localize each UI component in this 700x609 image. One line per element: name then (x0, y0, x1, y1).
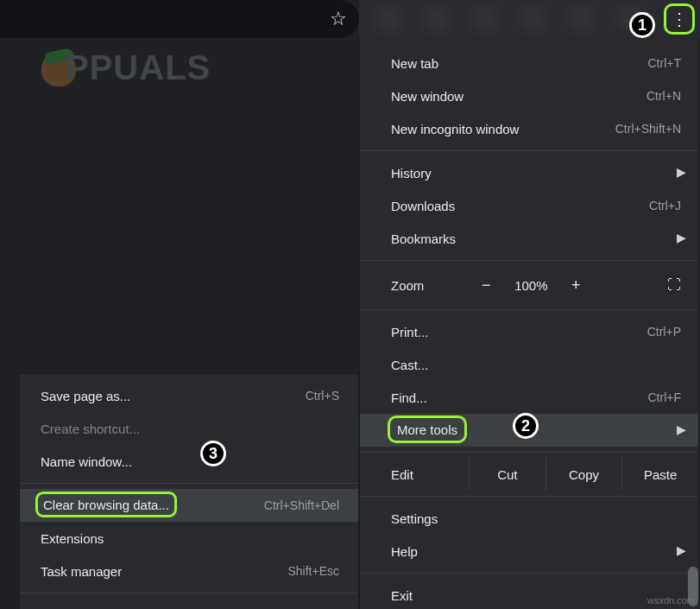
menu-downloads[interactable]: Downloads Ctrl+J (360, 189, 698, 222)
logo-text: PPUALS (66, 48, 211, 87)
zoom-label: Zoom (391, 278, 424, 293)
chevron-right-icon: ▶ (677, 422, 686, 436)
menu-label: More tools (397, 422, 457, 437)
blurred-profile-icons (376, 5, 653, 31)
menu-zoom-row: Zoom − 100% + ⛶ (360, 266, 698, 304)
submenu-name-window[interactable]: Name window... (20, 445, 358, 478)
menu-edit-row: Edit Cut Copy Paste (360, 458, 698, 491)
annotation-badge-3: 3 (200, 441, 226, 466)
menu-shortcut: Ctrl+T (648, 56, 682, 70)
highlight-more-tools: More tools (388, 416, 467, 443)
menu-settings[interactable]: Settings (360, 502, 698, 535)
menu-new-tab[interactable]: New tab Ctrl+T (360, 47, 698, 79)
menu-label: New tab (391, 56, 648, 71)
chrome-main-menu: New tab Ctrl+T New window Ctrl+N New inc… (359, 38, 698, 609)
menu-history[interactable]: History ▶ (360, 156, 698, 189)
menu-separator (360, 260, 698, 261)
zoom-out-button[interactable]: − (467, 276, 505, 295)
bookmark-star-icon[interactable]: ☆ (330, 8, 347, 30)
zoom-value: 100% (505, 278, 557, 293)
menu-label: Clear browsing data... (43, 498, 169, 512)
chevron-right-icon: ▶ (677, 543, 686, 557)
menu-bookmarks[interactable]: Bookmarks ▶ (360, 222, 698, 255)
menu-separator (360, 573, 698, 574)
chevron-right-icon: ▶ (677, 165, 686, 179)
menu-separator (360, 452, 698, 453)
submenu-extensions[interactable]: Extensions (20, 522, 358, 555)
customize-menu-button[interactable]: ⋮ (664, 3, 695, 35)
edit-cut-button[interactable]: Cut (469, 458, 545, 491)
menu-new-incognito[interactable]: New incognito window Ctrl+Shift+N (360, 112, 698, 145)
annotation-badge-1: 1 (629, 12, 655, 38)
chevron-right-icon: ▶ (677, 231, 686, 244)
more-tools-submenu: Save page as... Ctrl+S Create shortcut..… (19, 373, 359, 609)
submenu-save-page[interactable]: Save page as... Ctrl+S (20, 379, 358, 412)
menu-cast[interactable]: Cast... (360, 348, 698, 381)
menu-separator (360, 496, 698, 497)
edit-label: Edit (391, 467, 469, 482)
zoom-in-button[interactable]: + (557, 276, 595, 295)
browser-toolbar: ☆ ⋮ (0, 0, 700, 38)
fullscreen-icon[interactable]: ⛶ (667, 277, 681, 293)
menu-separator (20, 483, 358, 484)
menu-find[interactable]: Find... Ctrl+F (360, 381, 698, 414)
menu-separator (360, 150, 698, 151)
submenu-clear-browsing-data[interactable]: Clear browsing data... Ctrl+Shift+Del (20, 489, 358, 522)
edit-copy-button[interactable]: Copy (545, 458, 622, 491)
menu-separator (360, 309, 698, 310)
appuals-watermark: PPUALS (41, 47, 257, 98)
highlight-clear-data: Clear browsing data... (35, 492, 177, 517)
annotation-badge-2: 2 (513, 413, 539, 439)
menu-help[interactable]: Help ▶ (360, 535, 698, 568)
submenu-create-shortcut[interactable]: Create shortcut... (20, 412, 358, 445)
edit-paste-button[interactable]: Paste (621, 458, 698, 491)
submenu-task-manager[interactable]: Task manager Shift+Esc (20, 555, 358, 587)
submenu-developer-tools[interactable]: Developer tools Ctrl+Shift+I (20, 599, 358, 609)
menu-print[interactable]: Print... Ctrl+P (360, 315, 698, 348)
source-watermark: wsxdn.com (647, 595, 695, 606)
menu-new-window[interactable]: New window Ctrl+N (360, 79, 698, 112)
menu-separator (20, 593, 358, 593)
omnibox-right-cap: ☆ (0, 0, 359, 38)
